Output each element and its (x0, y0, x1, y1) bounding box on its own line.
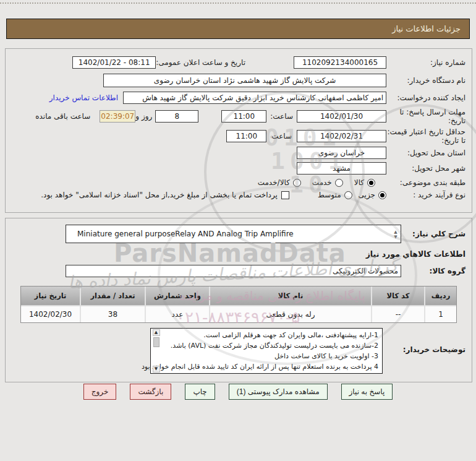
delivery-province-label: استان محل تحویل: (386, 149, 465, 157)
page-title: جزئیات اطلاعات نیاز (392, 24, 461, 33)
note-line: 1-ارایه پیشنهادفنی ،مالی وایران کد جهت ه… (162, 330, 378, 340)
reply-deadline-row: مهلت ارسال پاسخ: تا تاریخ: 1402/01/30 سا… (12, 108, 465, 125)
purchase-type-option-minor[interactable]: جزیی (359, 191, 386, 199)
scrollbar-thumb[interactable] (153, 337, 159, 347)
remaining-days-field[interactable]: 8 (155, 110, 198, 123)
treasury-docs-checkbox-label: پرداخت تمام یا بخشی از مبلغ خرید,از محل … (41, 191, 278, 199)
request-creator-field[interactable]: امیر کاظمی اصفهانی کارشناس خرید ابزار دق… (123, 92, 386, 104)
back-button[interactable]: بازگشت (130, 384, 171, 400)
reply-deadline-label: مهلت ارسال پاسخ: تا تاریخ: (386, 108, 465, 125)
request-creator-row: ایجاد کننده درخواست: امیر کاظمی اصفهانی … (12, 92, 465, 104)
cell-item-name: رله بدون قطعی (210, 305, 372, 322)
need-description-text: Miniature general purposeRelay AND Analo… (77, 230, 294, 238)
subject-class-label: طبقه بندی موضوعی: (386, 178, 465, 187)
cell-item-code: -- (372, 305, 425, 322)
subject-class-option-goods[interactable]: کالا (354, 178, 375, 187)
option-label: جزیی (359, 191, 375, 199)
notes-scrollbar[interactable]: ▲ ▼ (152, 329, 160, 373)
radio-selected-icon[interactable] (378, 191, 386, 199)
goods-group-label: گروه کالا: (401, 267, 465, 275)
procurement-need-details-page: { "colors": { "title_bar_bg": "#8a6c45",… (0, 0, 476, 461)
purchase-type-label: نوع فرآیند خرید : (386, 191, 465, 199)
buyer-notes-textarea[interactable]: 1-ارایه پیشنهادفنی ،مالی وایران کد جهت ه… (150, 328, 383, 374)
note-line: 4 پرداخت به برنده استعلام تنها پس از ارا… (162, 361, 378, 372)
option-label: کالا (354, 178, 364, 187)
purchase-type-row: نوع فرآیند خرید : جزیی متوسط پرداخت تمام… (12, 191, 465, 199)
price-validity-row: حداقل تاریخ اعتبار قیمت: تا تاریخ: 1402/… (12, 127, 465, 145)
request-info-panel: شماره نیاز: 1102092134000165 تاریخ و ساع… (5, 48, 472, 213)
goods-section-heading: اطلاعات کالاهاي مورد نیاز (12, 249, 465, 259)
goods-table-header-row: ردیف کد کالا نام کالا واحد شمارش تعداد /… (21, 287, 456, 305)
note-line: 2-سازنده می بایست درلیست تولیدکندگان مجا… (162, 340, 378, 351)
reply-to-need-button[interactable]: پاسخ به نیاز (341, 384, 393, 400)
reply-deadline-time-field[interactable]: 11:00 (221, 110, 266, 123)
note-line: 3- اولویت خرید با کالای ساخت داخل (162, 351, 378, 361)
cell-need-date: 1402/02/30 (21, 305, 81, 322)
need-number-row: شماره نیاز: 1102092134000165 تاریخ و ساع… (12, 49, 465, 69)
need-description-row: شرح کلي نیاز: Miniature general purposeR… (12, 218, 465, 243)
announce-datetime-field[interactable]: 1402/01/22 - 08:11 (72, 56, 156, 69)
price-validity-label: حداقل تاریخ اعتبار قیمت: تا تاریخ: (386, 127, 465, 145)
remaining-days-label: روز و (135, 112, 152, 121)
col-quantity: تعداد / مقدار (81, 287, 146, 305)
print-button[interactable]: چاپ (185, 384, 215, 400)
delivery-city-label: شهر محل تحویل: (386, 164, 465, 173)
goods-table-row: 1 -- رله بدون قطعی عدد 38 1402/02/30 (21, 305, 456, 322)
subject-class-row: طبقه بندی موضوعی: کالا خدمت کالا/خدمت (12, 178, 465, 187)
goods-info-panel: شرح کلي نیاز: Miniature general purposeR… (5, 218, 472, 382)
radio-icon[interactable] (344, 191, 352, 199)
buyer-org-field[interactable]: شرکت پالایش گاز شهید هاشمی نژاد استان خر… (103, 74, 386, 87)
purchase-type-option-medium[interactable]: متوسط (318, 191, 352, 199)
page-title-bar: جزئیات اطلاعات نیاز (6, 19, 470, 39)
col-row-number: ردیف (425, 287, 456, 305)
col-count-unit: واحد شمارش (146, 287, 210, 305)
col-need-date: تاریخ نیاز (21, 287, 81, 305)
request-creator-label: ایجاد کننده درخواست: (386, 93, 465, 102)
goods-table: ردیف کد کالا نام کالا واحد شمارش تعداد /… (20, 286, 457, 323)
reply-deadline-date-field[interactable]: 1402/01/30 (297, 110, 386, 123)
countdown-timer: 02:39:07 (100, 110, 135, 123)
announce-datetime-label: تاریخ و ساعت اعلان عمومی: (156, 58, 245, 67)
option-label: متوسط (318, 191, 341, 199)
action-button-bar: پاسخ به نیاز مشاهده مدارک پیوستی (1) چاپ… (0, 384, 476, 400)
radio-icon[interactable] (335, 179, 343, 187)
col-item-name: نام کالا (210, 287, 372, 305)
buyer-contact-link[interactable]: اطلاعات تماس خریدار (49, 93, 118, 102)
buyer-notes-row: توضیحات خریدار: 1-ارایه پیشنهادفنی ،مالی… (12, 328, 465, 374)
cell-row-number: 1 (425, 305, 456, 322)
price-validity-hour-label: ساعت (271, 132, 292, 140)
need-description-label: شرح کلي نیاز: (401, 230, 465, 238)
textarea-scroll-icon[interactable]: ▲▼ (392, 227, 399, 242)
goods-group-field[interactable]: محصولات الکترونیکی (66, 265, 401, 277)
cell-quantity: 38 (81, 305, 146, 322)
need-number-label: شماره نیاز: (386, 58, 465, 67)
delivery-city-row: شهر محل تحویل: مشهد (12, 162, 465, 174)
buyer-org-label: نام دستگاه خریدار: (386, 76, 465, 85)
cell-count-unit: عدد (146, 305, 210, 322)
option-label: کالا/خدمت (258, 178, 290, 187)
radio-selected-icon[interactable] (367, 179, 375, 187)
radio-icon[interactable] (293, 179, 301, 187)
buyer-org-row: نام دستگاه خریدار: شرکت پالایش گاز شهید … (12, 74, 465, 87)
buyer-notes-label: توضیحات خریدار: (389, 328, 465, 354)
price-validity-date-field[interactable]: 1402/02/31 (297, 130, 386, 142)
remaining-hours-label: ساعت باقی مانده (35, 112, 90, 121)
goods-group-row: گروه کالا: محصولات الکترونیکی (12, 265, 465, 277)
option-label: خدمت (312, 178, 332, 187)
delivery-province-field[interactable]: خراسان رضوی (297, 147, 386, 159)
delivery-province-row: استان محل تحویل: خراسان رضوی (12, 147, 465, 159)
delivery-city-field[interactable]: مشهد (297, 162, 386, 174)
price-validity-time-field[interactable]: 11:00 (226, 130, 266, 142)
col-item-code: کد کالا (372, 287, 425, 305)
scroll-up-icon[interactable]: ▲ (153, 329, 160, 336)
top-dotted-divider (0, 2, 476, 4)
exit-button[interactable]: خروج (83, 384, 117, 400)
need-description-textarea[interactable]: Miniature general purposeRelay AND Analo… (66, 225, 401, 243)
scroll-down-icon[interactable]: ▼ (153, 366, 160, 373)
subject-class-option-service[interactable]: خدمت (312, 178, 343, 187)
view-attachments-button[interactable]: مشاهده مدارک پیوستی (1) (229, 384, 328, 400)
reply-deadline-hour-label: ساعت: (270, 112, 293, 121)
treasury-docs-checkbox[interactable] (281, 191, 289, 199)
need-number-field[interactable]: 1102092134000165 (294, 56, 386, 69)
subject-class-option-goods-service[interactable]: کالا/خدمت (258, 178, 301, 187)
